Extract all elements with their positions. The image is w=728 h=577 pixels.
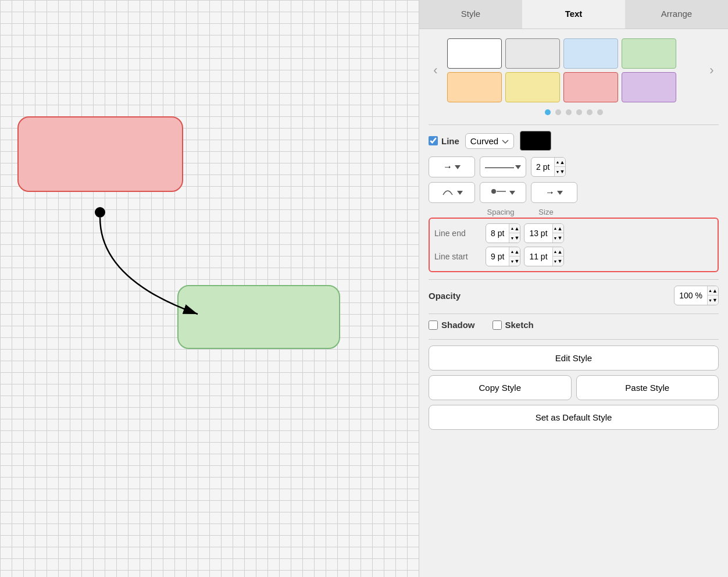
line-weight-down[interactable]: ▼: [555, 167, 565, 176]
spacing-header: Spacing: [480, 208, 522, 216]
line-checkbox-label[interactable]: Line: [429, 136, 459, 146]
line-style-dropdown-icon: [515, 165, 521, 169]
dot-1[interactable]: [545, 109, 551, 115]
copy-paste-row: Copy Style Paste Style: [429, 375, 719, 400]
opacity-value: 100 %: [675, 288, 707, 302]
dot-4[interactable]: [576, 109, 582, 115]
line-start-spacing-input[interactable]: 9 pt ▲ ▼: [486, 247, 520, 266]
curve-icon: [441, 186, 455, 200]
size-header: Size: [525, 208, 567, 216]
tab-text[interactable]: Text: [522, 0, 625, 29]
paste-style-button[interactable]: Paste Style: [576, 375, 719, 400]
panel-content: Line Curved → ———— 2: [419, 29, 728, 577]
end-arrow-button[interactable]: →: [531, 182, 577, 203]
opacity-down[interactable]: ▼: [708, 295, 718, 305]
dropdown-chevron-icon: [502, 136, 509, 146]
line-style-button[interactable]: ————: [480, 156, 526, 177]
line-end-inputs: 8 pt ▲ ▼ 13 pt: [486, 223, 713, 243]
line-start-spacing-up[interactable]: ▲: [509, 247, 520, 257]
line-end-spacing-spinners: ▲ ▼: [509, 224, 520, 243]
line-weight-input[interactable]: 2 pt ▲ ▼: [531, 157, 566, 177]
dot-6[interactable]: [597, 109, 603, 115]
line-start-spacing-down[interactable]: ▼: [509, 257, 520, 266]
line-end-size-up[interactable]: ▲: [553, 224, 563, 233]
copy-style-button[interactable]: Copy Style: [429, 375, 572, 400]
shadow-label: Shadow: [441, 320, 475, 330]
line-start-spacing-value: 9 pt: [486, 250, 509, 263]
preset-yellow[interactable]: [505, 72, 560, 102]
shadow-checkbox-label[interactable]: Shadow: [429, 320, 475, 330]
param-headers: Spacing Size: [480, 208, 719, 216]
end-arrow-icon: →: [545, 187, 555, 198]
tabs-bar: Style Text Arrange: [419, 0, 728, 29]
tab-style[interactable]: Style: [419, 0, 522, 29]
opacity-row: Opacity 100 % ▲ ▼: [429, 286, 719, 305]
line-color-swatch[interactable]: [520, 131, 551, 151]
set-default-button[interactable]: Set as Default Style: [429, 405, 719, 430]
arrow-controls-row-1: → ———— 2 pt ▲ ▼: [429, 156, 719, 177]
line-start-dropdown-icon: [509, 191, 515, 195]
sketch-checkbox-label[interactable]: Sketch: [493, 320, 534, 330]
sketch-checkbox[interactable]: [493, 320, 502, 330]
line-style-dropdown[interactable]: Curved: [465, 133, 514, 149]
line-start-inputs: 9 pt ▲ ▼ 11 pt: [486, 247, 713, 266]
opacity-up[interactable]: ▲: [708, 286, 718, 295]
line-start-dot-button[interactable]: [480, 182, 526, 203]
preset-gray[interactable]: [505, 38, 560, 69]
opacity-spinners: ▲ ▼: [707, 286, 718, 305]
line-end-spacing-up[interactable]: ▲: [509, 224, 520, 233]
line-label: Line: [441, 136, 459, 146]
preset-green[interactable]: [622, 38, 676, 69]
line-start-spacing-spinners: ▲ ▼: [509, 247, 520, 266]
opacity-input[interactable]: 100 % ▲ ▼: [674, 286, 719, 305]
dot-2[interactable]: [555, 109, 561, 115]
line-end-row: Line end 8 pt ▲ ▼: [434, 223, 713, 243]
line-dash-icon: ————: [485, 162, 513, 172]
shadow-checkbox[interactable]: [429, 320, 438, 330]
presets-next-button[interactable]: [705, 63, 719, 78]
line-start-label: Line start: [434, 252, 481, 261]
dot-5[interactable]: [587, 109, 593, 115]
start-arrow-button[interactable]: →: [429, 156, 475, 177]
presets-top-row: [447, 38, 700, 69]
edit-style-row: Edit Style: [429, 346, 719, 371]
line-end-size-value: 13 pt: [524, 226, 552, 240]
line-weight-up[interactable]: ▲: [555, 158, 565, 167]
dot-line-icon: [491, 187, 507, 198]
line-end-spacing-input[interactable]: 8 pt ▲ ▼: [486, 223, 520, 243]
connector-type-button[interactable]: [429, 182, 475, 203]
line-end-size-input[interactable]: 13 pt ▲ ▼: [524, 223, 563, 243]
preset-orange[interactable]: [447, 72, 502, 102]
divider-4: [429, 339, 719, 340]
divider-2: [429, 279, 719, 280]
red-shape[interactable]: [17, 116, 183, 192]
preset-purple[interactable]: [622, 72, 676, 102]
line-params-box: Line end 8 pt ▲ ▼: [429, 218, 719, 272]
line-start-size-down[interactable]: ▼: [553, 257, 563, 266]
line-start-size-input[interactable]: 11 pt ▲ ▼: [524, 247, 563, 266]
preset-red[interactable]: [563, 72, 618, 102]
line-weight-spinners: ▲ ▼: [554, 158, 565, 176]
preset-white[interactable]: [447, 38, 502, 69]
line-start-size-value: 11 pt: [524, 250, 552, 263]
svg-point-0: [95, 207, 105, 218]
end-arrow-dropdown-icon: [557, 191, 563, 195]
line-start-size-up[interactable]: ▲: [553, 247, 563, 257]
line-section-row: Line Curved: [429, 131, 719, 151]
canvas[interactable]: [0, 0, 419, 577]
line-start-size-spinners: ▲ ▼: [552, 247, 563, 266]
tab-arrange[interactable]: Arrange: [625, 0, 728, 29]
line-end-size-spinners: ▲ ▼: [552, 224, 563, 243]
preset-blue[interactable]: [563, 38, 618, 69]
green-shape[interactable]: [177, 285, 340, 349]
presets-row-1: [429, 38, 719, 102]
edit-style-button[interactable]: Edit Style: [429, 346, 719, 371]
line-end-label: Line end: [434, 229, 481, 238]
dot-3[interactable]: [566, 109, 572, 115]
line-end-spacing-down[interactable]: ▼: [509, 233, 520, 243]
divider-1: [429, 124, 719, 125]
presets-prev-button[interactable]: [429, 63, 442, 78]
right-panel: Style Text Arrange: [419, 0, 728, 577]
line-end-size-down[interactable]: ▼: [553, 233, 563, 243]
line-checkbox[interactable]: [429, 136, 438, 145]
